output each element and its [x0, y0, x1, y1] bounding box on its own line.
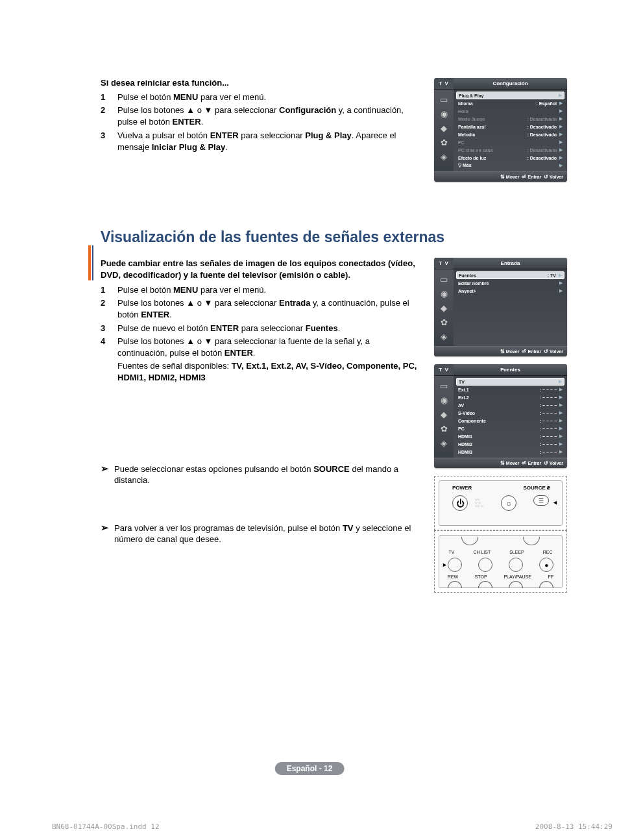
- remote-rec-label: REC: [543, 550, 553, 554]
- power-button[interactable]: ⏻: [452, 495, 468, 511]
- osd-menu-item[interactable]: Hora▶: [456, 107, 564, 115]
- submenu-arrow-icon: ▶: [559, 93, 562, 98]
- updown-icon: ⇅: [500, 174, 505, 180]
- sound-icon: ◉: [434, 106, 454, 121]
- osd-menu-item[interactable]: PC▶: [456, 138, 564, 146]
- rec-button[interactable]: ●: [539, 558, 553, 572]
- section-intro: Puede cambiar entre las señales de image…: [101, 258, 419, 280]
- note-source: ➢ Puede seleccionar estas opciones pulsa…: [101, 463, 419, 486]
- osd-entrada-title: Entrada: [454, 258, 567, 269]
- remote-dots: ○○○ ○○○ ○: [475, 498, 483, 508]
- section-accent-bar: [88, 245, 93, 280]
- enter-icon: ⏎: [522, 174, 526, 180]
- osd-menu-item[interactable]: PC cine en casa: Desactivado▶: [456, 146, 564, 154]
- osd-menu-item[interactable]: Efecto de luz: Desactivado▶: [456, 154, 564, 162]
- enter-icon: ⏎: [522, 349, 526, 354]
- osd-menu-item[interactable]: Modo Juego: Desactivado▶: [456, 115, 564, 123]
- osd-fuentes-footer: ⇅Mover ⏎Entrar ↺Volver: [434, 458, 567, 468]
- osd-category-icons: ▭ ◉ ◆ ✿ ◈: [434, 376, 454, 458]
- osd-menu-item[interactable]: Componente: − − − −▶: [456, 417, 564, 425]
- remote-bottom-diagram: TV CH LIST SLEEP REC ● REW STOP P: [434, 530, 567, 593]
- osd-config-list: Plug & Play▶Idioma: Español▶Hora▶Modo Ju…: [454, 90, 567, 171]
- osd-entrada: T V Entrada ▭ ◉ ◆ ✿ ◈ Fuentes: TV▶Editar…: [434, 258, 567, 356]
- page-content: Si desea reiniciar esta función... 1Puls…: [0, 0, 619, 619]
- osd-entrada-footer: ⇅Mover ⏎Entrar ↺Volver: [434, 346, 567, 356]
- pointer-arrow: ◄: [552, 499, 558, 506]
- stop-button[interactable]: [478, 581, 492, 588]
- tv-button[interactable]: [448, 558, 462, 572]
- setup-icon: ✿: [434, 315, 454, 329]
- input-icon: ◈: [434, 329, 454, 343]
- restart-heading: Si desea reiniciar esta función...: [101, 78, 419, 88]
- remote-chlist-label: CH LIST: [473, 550, 491, 554]
- remote-top-button[interactable]: [461, 537, 478, 545]
- sec-step-2: Pulse los botones ▲ o ▼ para seleccionar…: [117, 297, 419, 321]
- osd-menu-item[interactable]: Anynet+▶: [456, 287, 564, 295]
- picture-icon: ▭: [434, 92, 454, 106]
- osd-entrada-list: Fuentes: TV▶Editar nombre▶Anynet+▶: [454, 269, 567, 346]
- section-step-list: 1Pulse el botón MENU para ver el menú. 2…: [101, 284, 419, 359]
- ff-button[interactable]: [539, 581, 553, 588]
- note-arrow-icon: ➢: [101, 463, 109, 486]
- sec-step-4: Pulse los botones ▲ o ▼ para seleccionar…: [117, 336, 419, 359]
- rew-button[interactable]: [448, 581, 462, 588]
- submenu-arrow-icon: ▶: [559, 101, 563, 106]
- osd-menu-item[interactable]: Melodía: Desactivado▶: [456, 130, 564, 138]
- updown-icon: ⇅: [500, 349, 505, 354]
- osd-menu-item[interactable]: TV▶: [456, 378, 564, 386]
- osd-menu-item[interactable]: PC: − − − −▶: [456, 425, 564, 432]
- remote-source-label: SOURCE ⎚: [524, 485, 550, 491]
- section-title: Visualización de las fuentes de señales …: [101, 229, 567, 246]
- footer-file: BN68-01744A-00Spa.indd 12: [52, 822, 160, 831]
- osd-menu-item[interactable]: Ext.1: − − − −▶: [456, 386, 564, 393]
- osd-category-icons: ▭ ◉ ◆ ✿ ◈: [434, 269, 454, 346]
- submenu-arrow-icon: ▶: [559, 140, 563, 145]
- osd-menu-item[interactable]: Plug & Play▶: [456, 92, 564, 99]
- remote-rew-label: REW: [448, 574, 458, 579]
- return-icon: ↺: [544, 174, 548, 180]
- osd-menu-item[interactable]: AV: − − − −▶: [456, 401, 564, 409]
- source-button[interactable]: ☰: [533, 495, 549, 506]
- submenu-arrow-icon: ▶: [559, 426, 563, 431]
- sec-step-1: Pulse el botón MENU para ver el menú.: [117, 284, 266, 296]
- osd-config-title: Configuración: [454, 78, 567, 89]
- osd-fuentes-title: Fuentes: [454, 364, 567, 375]
- submenu-arrow-icon: ▶: [559, 108, 563, 114]
- osd-menu-item[interactable]: S-Vídeo: − − − −▶: [456, 409, 564, 417]
- restart-step-list: 1Pulse el botón MENU para ver el menú. 2…: [101, 92, 419, 153]
- osd-menu-item[interactable]: Ext.2: − − − −▶: [456, 393, 564, 401]
- remote-tv-label: TV: [448, 550, 454, 554]
- osd-menu-item[interactable]: Editar nombre▶: [456, 279, 564, 287]
- submenu-arrow-icon: ▶: [559, 132, 563, 137]
- submenu-arrow-icon: ▶: [559, 410, 563, 415]
- osd-menu-item[interactable]: HDMI2: − − − −▶: [456, 440, 564, 448]
- osd-config-footer: ⇅Mover ⏎Entrar ↺Volver: [434, 171, 567, 182]
- remote-stop-label: STOP: [475, 574, 487, 579]
- submenu-arrow-icon: ▶: [559, 441, 563, 447]
- osd-tv-label: T V: [434, 258, 454, 269]
- osd-menu-item[interactable]: Idioma: Español▶: [456, 99, 564, 107]
- submenu-arrow-icon: ▶: [559, 434, 563, 439]
- note-arrow-icon: ➢: [101, 523, 109, 545]
- sleep-button[interactable]: [509, 558, 523, 572]
- osd-fuentes: T V Fuentes ▭ ◉ ◆ ✿ ◈ TV▶Ext.1: − − − −▶…: [434, 364, 567, 468]
- osd-tv-label: T V: [434, 78, 454, 89]
- osd-menu-item[interactable]: Fuentes: TV▶: [456, 271, 564, 279]
- chlist-button[interactable]: [478, 558, 492, 572]
- submenu-arrow-icon: ▶: [559, 163, 563, 168]
- remote-top-button[interactable]: [523, 537, 540, 545]
- osd-menu-item[interactable]: HDMI1: − − − −▶: [456, 432, 564, 440]
- return-icon: ↺: [544, 349, 548, 354]
- osd-menu-item[interactable]: Pantalla azul: Desactivado▶: [456, 123, 564, 130]
- sound-icon: ◉: [434, 393, 454, 407]
- remote-light-button[interactable]: ☼: [501, 495, 516, 511]
- playpause-button[interactable]: [509, 581, 523, 588]
- step-1-text: Pulse el botón MENU para ver el menú.: [117, 92, 266, 103]
- submenu-arrow-icon: ▶: [559, 449, 563, 454]
- sec-step-3: Pulse de nuevo el botón ENTER para selec…: [117, 323, 340, 334]
- updown-icon: ⇅: [500, 460, 505, 466]
- osd-menu-item[interactable]: HDMI3: − − − −▶: [456, 448, 564, 456]
- osd-configuracion: T V Configuración ▭ ◉ ◆ ✿ ◈ Plug & Play▶…: [434, 78, 567, 182]
- osd-menu-item[interactable]: ▽ Más▶: [456, 162, 564, 169]
- remote-ff-label: FF: [548, 574, 554, 579]
